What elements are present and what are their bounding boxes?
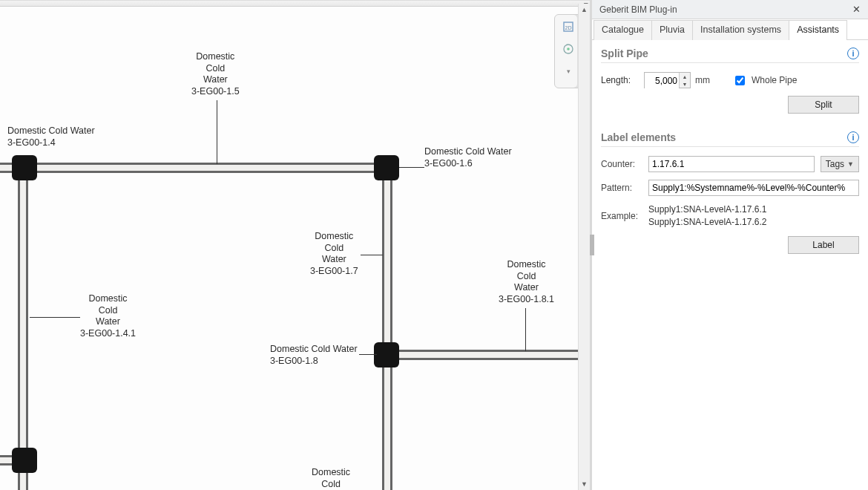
svg-point-3 (567, 48, 570, 50)
label-button[interactable]: Label (788, 236, 859, 254)
pipe-tag: Domestic Cold Water 3-EG00-1.4 (7, 125, 95, 148)
chevron-down-icon: ▼ (847, 160, 854, 168)
spinner-down-icon[interactable]: ▼ (680, 80, 690, 88)
pipe-elbow-fitting[interactable] (12, 448, 37, 473)
whole-pipe-checkbox[interactable] (735, 76, 745, 85)
info-icon[interactable]: i (847, 131, 859, 143)
tag-leader (217, 100, 217, 164)
pipe-tee-fitting[interactable] (374, 342, 399, 368)
length-input[interactable] (645, 73, 679, 89)
length-spinner[interactable]: ▲ ▼ (644, 72, 691, 88)
pipe-elbow-fitting[interactable] (374, 155, 399, 180)
pipe-segment[interactable] (18, 168, 28, 490)
pipe-tag: Domestic Cold Water 3-EG00-1.6 (424, 146, 512, 169)
example-output: Supply1:SNA-LevelA-1.17.6.1 Supply1:SNA-… (648, 203, 859, 229)
panel-title-text: Geberit BIM Plug-in (599, 4, 677, 15)
pipe-tag: Domestic Cold Water 3-EG00-1.7 (310, 231, 358, 278)
tag-leader (361, 255, 383, 255)
pattern-input[interactable] (648, 180, 859, 196)
palette-expand-icon[interactable]: ▾ (561, 64, 576, 79)
canvas-toolbar: ≡ (0, 1, 590, 7)
steering-wheel-icon[interactable] (561, 42, 576, 56)
svg-text:2D: 2D (565, 25, 572, 30)
tags-dropdown-label: Tags (826, 159, 844, 169)
scroll-down-icon[interactable]: ▼ (579, 478, 590, 490)
tag-leader (30, 317, 80, 318)
pipe-segment[interactable] (0, 163, 393, 173)
drawing-canvas[interactable]: ≡ Domestic Cold Water 3-EG00-1.4 Domesti… (0, 0, 590, 490)
pipe-tag: Domestic Cold (312, 467, 350, 490)
whole-pipe-label: Whole Pipe (752, 75, 797, 85)
example-line: Supply1:SNA-LevelA-1.17.6.1 (648, 203, 859, 216)
tag-leader (399, 167, 424, 168)
tag-leader (525, 308, 526, 351)
viewcube-icon[interactable]: 2D (561, 19, 576, 34)
spinner-up-icon[interactable]: ▲ (680, 73, 690, 80)
tags-dropdown[interactable]: Tags ▼ (821, 156, 859, 172)
split-pipe-heading: Split Pipe (601, 48, 648, 59)
tag-leader (359, 354, 377, 355)
panel-close-button[interactable]: ✕ (849, 2, 864, 17)
pipe-tee-fitting[interactable] (12, 155, 37, 180)
pipe-tag: Domestic Cold Water 3-EG00-1.5 (191, 51, 240, 98)
pipe-segment[interactable] (387, 350, 590, 360)
label-elements-heading: Label elements (601, 131, 676, 143)
example-line: Supply1:SNA-LevelA-1.17.6.2 (648, 216, 859, 229)
tab-catalogue[interactable]: Catalogue (594, 20, 652, 40)
plugin-panel: Geberit BIM Plug-in ✕ Catalogue Pluvia I… (590, 0, 868, 490)
panel-titlebar: Geberit BIM Plug-in ✕ (592, 0, 868, 19)
pipe-tag: Domestic Cold Water 3-EG00-1.8.1 (499, 259, 554, 306)
scroll-up-icon[interactable]: ▲ (579, 4, 590, 16)
counter-label: Counter: (601, 159, 642, 169)
panel-tabs: Catalogue Pluvia Installation systems As… (592, 19, 868, 40)
tab-pluvia[interactable]: Pluvia (651, 20, 693, 40)
info-icon[interactable]: i (847, 48, 859, 59)
pipe-tag: Domestic Cold Water 3-EG00-1.4.1 (80, 293, 136, 340)
length-label: Length: (601, 75, 640, 85)
pattern-label: Pattern: (601, 183, 642, 193)
example-label: Example: (601, 211, 642, 221)
pipe-segment[interactable] (382, 163, 392, 490)
length-unit: mm (695, 75, 710, 85)
tab-assistants[interactable]: Assistants (789, 20, 847, 40)
canvas-scrollbar[interactable]: ▲ ▼ (578, 4, 590, 490)
panel-resize-grip[interactable] (590, 235, 594, 255)
split-button[interactable]: Split (788, 96, 859, 114)
tab-installation-systems[interactable]: Installation systems (692, 20, 789, 40)
pipe-tag: Domestic Cold Water 3-EG00-1.8 (270, 344, 358, 367)
counter-input[interactable] (648, 156, 815, 172)
